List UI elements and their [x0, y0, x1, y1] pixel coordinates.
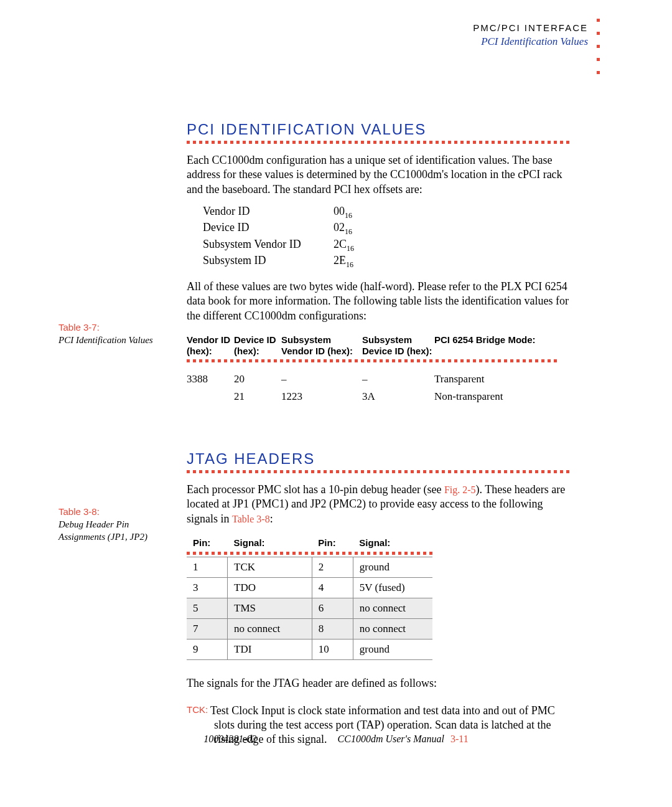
col-header: Vendor ID (hex):: [187, 334, 234, 358]
offset-label: Subsystem ID: [203, 253, 334, 270]
col-header: Signal:: [228, 534, 312, 552]
offset-value: 0016: [334, 204, 352, 220]
col-header: Pin:: [187, 534, 228, 552]
table-cell: 3A: [362, 390, 434, 403]
table-row: 3TDO45V (fused): [187, 578, 432, 598]
dotted-rule: [187, 141, 572, 146]
table-cell: 3388: [187, 373, 234, 385]
manual-title: CC1000dm User's Manual: [338, 734, 444, 744]
page-number: 3-11: [450, 734, 469, 744]
table-cell: 5: [187, 598, 228, 619]
table-3-8-caption: Table 3-8: Debug Header Pin Assignments …: [58, 506, 177, 544]
table-cell: 1: [187, 557, 228, 578]
para-pci-values: All of these values are two bytes wide (…: [187, 280, 572, 323]
table-row: 2112233ANon-transparent: [187, 388, 572, 405]
para-jtag-intro: Each processor PMC slot has a 10-pin deb…: [187, 483, 572, 526]
offset-label: Device ID: [203, 220, 334, 237]
table-cell: Transparent: [434, 373, 559, 385]
link-table-3-8[interactable]: Table 3-8: [232, 514, 270, 524]
table-cell: 2: [312, 557, 353, 578]
offset-label: Subsystem Vendor ID: [203, 237, 334, 253]
table-cell: –: [281, 373, 362, 385]
table-cell: 21: [234, 390, 281, 403]
table-cell: 5V (fused): [353, 578, 432, 598]
table-cell: TMS: [228, 598, 312, 619]
table-cell: –: [362, 373, 434, 385]
page-footer: 10004281-02 CC1000dm User's Manual3-11: [0, 734, 672, 745]
table-row: 7no connect8no connect: [187, 619, 432, 639]
offset-value: 0216: [334, 220, 352, 237]
table-cell: TCK: [228, 557, 312, 578]
table-cell: no connect: [228, 619, 312, 639]
def-term: TCK:: [187, 704, 210, 716]
table-cell: 6: [312, 598, 353, 619]
table-3-7-title: PCI Identification Values: [58, 335, 153, 345]
table-cell: ground: [353, 639, 432, 660]
table-cell: no connect: [353, 619, 432, 639]
table-cell: 3: [187, 578, 228, 598]
table-cell: [187, 390, 234, 403]
offset-label: Vendor ID: [203, 204, 334, 220]
table-3-8-title: Debug Header Pin Assignments (JP1, JP2): [58, 519, 147, 542]
header-section: PCI Identification Values: [473, 35, 588, 48]
table-cell: 8: [312, 619, 353, 639]
table-3-7-caption: Table 3-7: PCI Identification Values: [58, 321, 177, 346]
col-header: Device ID (hex):: [234, 334, 281, 358]
page-header: PMC/PCI INTERFACE PCI Identification Val…: [473, 22, 588, 48]
table-cell: 7: [187, 619, 228, 639]
page: PMC/PCI INTERFACE PCI Identification Val…: [0, 0, 672, 807]
dotted-rule: [187, 359, 560, 364]
table-3-7: Vendor ID (hex):Device ID (hex):Subsyste…: [187, 334, 572, 405]
table-cell: no connect: [353, 598, 432, 619]
main-content: PCI IDENTIFICATION VALUES Each CC1000dm …: [187, 121, 572, 747]
table-cell: TDI: [228, 639, 312, 660]
table-cell: 1223: [281, 390, 362, 403]
dotted-rule: [187, 552, 432, 557]
offset-value: 2C16: [334, 237, 354, 253]
offset-value: 2E16: [334, 253, 353, 270]
para-pci-intro: Each CC1000dm configuration has a unique…: [187, 153, 572, 197]
table-cell: ground: [353, 557, 432, 578]
col-header: Subsystem Device ID (hex):: [362, 334, 434, 358]
col-header: PCI 6254 Bridge Mode:: [434, 334, 559, 358]
header-chapter: PMC/PCI INTERFACE: [473, 22, 588, 33]
para-jtag-signals: The signals for the JTAG header are defi…: [187, 676, 572, 691]
table-row: 338820––Transparent: [187, 370, 572, 388]
table-row: 9TDI10ground: [187, 639, 432, 660]
table-3-8-number: Table 3-8:: [58, 506, 100, 517]
table-cell: 4: [312, 578, 353, 598]
col-header: Signal:: [353, 534, 432, 552]
table-cell: TDO: [228, 578, 312, 598]
table-row: 5TMS6no connect: [187, 598, 432, 619]
dotted-rule: [187, 470, 572, 475]
col-header: Pin:: [312, 534, 353, 552]
section-heading-pci-id: PCI IDENTIFICATION VALUES: [187, 121, 572, 138]
vertical-dots-ornament: [597, 19, 600, 74]
link-fig-2-5[interactable]: Fig. 2-5: [444, 484, 476, 495]
offset-list: Vendor ID0016Device ID0216Subsystem Vend…: [203, 204, 572, 270]
table-cell: 10: [312, 639, 353, 660]
table-3-8: Pin:Signal:Pin:Signal: 1TCK2ground3TDO45…: [187, 534, 432, 660]
table-cell: Non-transparent: [434, 390, 559, 403]
table-cell: 9: [187, 639, 228, 660]
table-row: 1TCK2ground: [187, 557, 432, 578]
section-heading-jtag: JTAG HEADERS: [187, 450, 572, 468]
doc-number: 10004281-02: [203, 734, 256, 745]
table-3-7-number: Table 3-7:: [58, 322, 100, 333]
col-header: Subsystem Vendor ID (hex):: [281, 334, 362, 358]
table-cell: 20: [234, 373, 281, 385]
